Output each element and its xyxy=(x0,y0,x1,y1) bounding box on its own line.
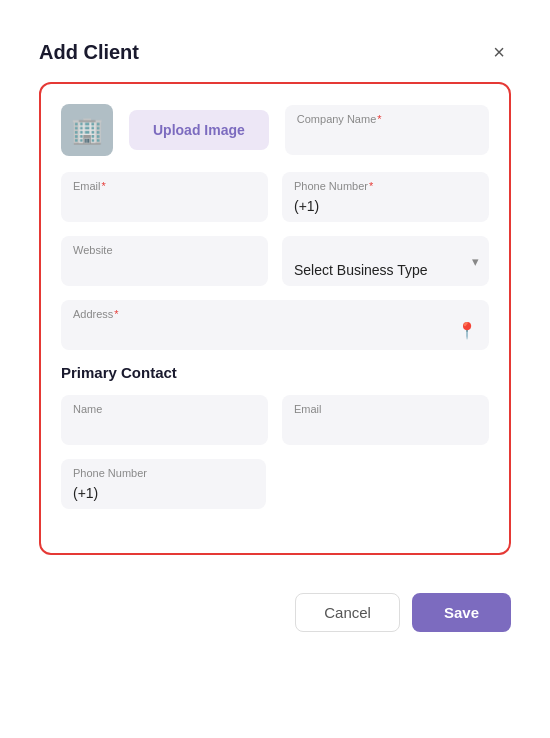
cancel-button[interactable]: Cancel xyxy=(295,593,400,632)
save-button[interactable]: Save xyxy=(412,593,511,632)
website-input[interactable] xyxy=(61,236,268,286)
contact-phone-input[interactable] xyxy=(61,459,266,509)
business-type-select[interactable]: Select Business Type Retail Technology H… xyxy=(282,236,489,286)
modal-header: Add Client × xyxy=(39,40,511,64)
upload-image-button[interactable]: Upload Image xyxy=(129,110,269,150)
contact-name-email-row: Name Email xyxy=(61,395,489,445)
email-input[interactable] xyxy=(61,172,268,222)
phone-field: Phone Number* xyxy=(282,172,489,222)
add-client-modal: Add Client × 🏢 Upload Image Company Name… xyxy=(15,16,535,656)
email-phone-row: Email* Phone Number* xyxy=(61,172,489,222)
company-name-input[interactable] xyxy=(285,105,489,155)
email-field: Email* xyxy=(61,172,268,222)
contact-email-field: Email xyxy=(282,395,489,445)
phone-input[interactable] xyxy=(282,172,489,222)
contact-name-field: Name xyxy=(61,395,268,445)
top-row: 🏢 Upload Image Company Name* xyxy=(61,104,489,156)
contact-email-input[interactable] xyxy=(282,395,489,445)
address-input[interactable] xyxy=(61,300,489,350)
address-field: Address* 📍 xyxy=(61,300,489,350)
contact-phone-row: Phone Number xyxy=(61,459,489,509)
address-row: Address* 📍 xyxy=(61,300,489,350)
modal-overlay: Add Client × 🏢 Upload Image Company Name… xyxy=(0,0,550,738)
contact-phone-field: Phone Number xyxy=(61,459,266,509)
company-name-field: Company Name* xyxy=(285,105,489,155)
avatar: 🏢 xyxy=(61,104,113,156)
contact-name-input[interactable] xyxy=(61,395,268,445)
form-container: 🏢 Upload Image Company Name* Email* xyxy=(39,82,511,555)
website-field: Website xyxy=(61,236,268,286)
modal-title: Add Client xyxy=(39,41,139,64)
website-business-row: Website Business Type* Select Business T… xyxy=(61,236,489,286)
close-button[interactable]: × xyxy=(487,40,511,64)
modal-footer: Cancel Save xyxy=(39,583,511,632)
primary-contact-title: Primary Contact xyxy=(61,364,489,381)
business-type-field: Business Type* Select Business Type Reta… xyxy=(282,236,489,286)
building-icon: 🏢 xyxy=(71,115,103,146)
business-type-select-wrapper: Select Business Type Retail Technology H… xyxy=(282,236,489,286)
